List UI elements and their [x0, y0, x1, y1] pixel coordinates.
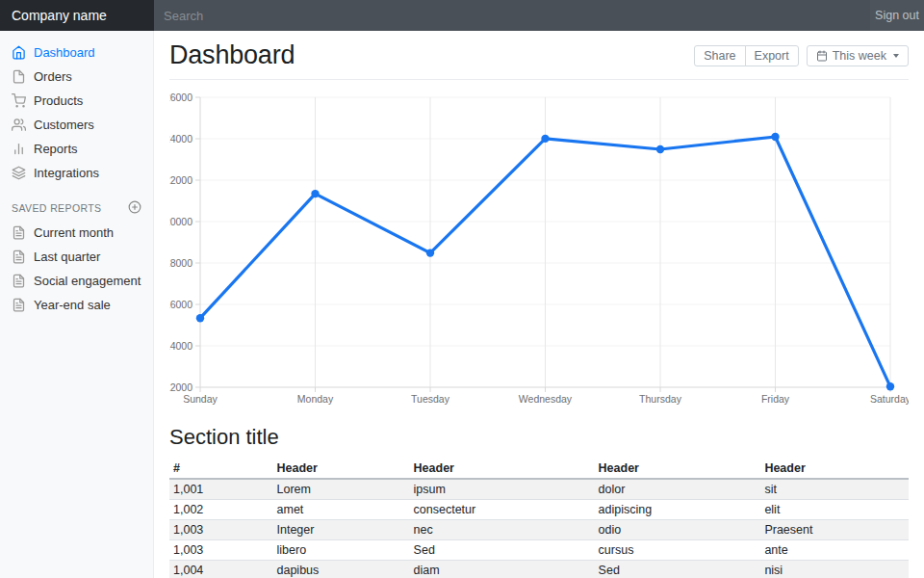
svg-text:16000: 16000	[169, 299, 192, 310]
top-navbar: Company name Sign out	[0, 0, 924, 31]
table-cell: adipiscing	[595, 500, 761, 520]
svg-text:Tuesday: Tuesday	[411, 393, 450, 405]
home-icon	[12, 45, 26, 60]
share-export-group: Share Export	[694, 45, 799, 66]
sidebar-item-label: Reports	[34, 142, 78, 156]
file-text-icon	[12, 274, 26, 288]
table-cell: 1,003	[169, 520, 273, 540]
table-cell: Sed	[595, 561, 761, 578]
svg-text:Friday: Friday	[761, 393, 790, 405]
table-header-cell: Header	[595, 459, 761, 479]
table-cell: dolor	[595, 479, 761, 500]
plus-circle-icon	[128, 200, 141, 214]
table-cell: ipsum	[410, 479, 595, 500]
table-row: 1,003IntegernecodioPraesent	[169, 520, 909, 540]
table-cell: 1,003	[169, 540, 273, 561]
table-cell: libero	[273, 540, 410, 561]
table-cell: amet	[273, 500, 410, 520]
saved-reports-heading: SAVED REPORTS	[12, 202, 102, 214]
table-cell: cursus	[595, 540, 761, 561]
svg-text:Sunday: Sunday	[183, 393, 218, 405]
page-header: Dashboard Share Export This week	[169, 31, 909, 80]
sidebar-item-label: Orders	[34, 69, 72, 84]
sidebar-item-social-engagement[interactable]: Social engagement	[0, 269, 153, 293]
saved-reports-nav: Current monthLast quarterSocial engageme…	[0, 221, 153, 317]
table-cell: 1,001	[169, 479, 273, 500]
sidebar-item-label: Dashboard	[34, 45, 95, 60]
svg-text:Thursday: Thursday	[639, 393, 682, 405]
sidebar-item-label: Last quarter	[34, 250, 100, 264]
sidebar-nav: DashboardOrdersProductsCustomersReportsI…	[0, 40, 153, 185]
line-chart-svg: 1200014000160001800020000220002400026000…	[169, 90, 909, 409]
table-cell: ante	[760, 540, 909, 561]
main-content: Dashboard Share Export This week 1200014…	[154, 0, 924, 578]
saved-reports-header: SAVED REPORTS	[0, 185, 153, 221]
svg-text:24000: 24000	[169, 133, 192, 144]
sidebar-item-year-end-sale[interactable]: Year-end sale	[0, 293, 153, 317]
sidebar-item-orders[interactable]: Orders	[0, 65, 153, 89]
table-cell: odio	[595, 520, 761, 540]
sidebar-item-label: Year-end sale	[34, 298, 111, 312]
section-title: Section title	[169, 425, 909, 450]
layers-icon	[12, 166, 26, 180]
table-cell: 1,002	[169, 500, 273, 520]
table-body: 1,001Loremipsumdolorsit1,002ametconsecte…	[169, 479, 909, 578]
sidebar-item-reports[interactable]: Reports	[0, 137, 153, 161]
app-root: Company name Sign out DashboardOrdersPro…	[0, 0, 924, 578]
sign-out-link[interactable]: Sign out	[870, 0, 924, 31]
svg-text:22000: 22000	[169, 174, 192, 186]
svg-text:20000: 20000	[169, 216, 192, 227]
brand[interactable]: Company name	[0, 0, 154, 31]
file-text-icon	[12, 250, 26, 264]
svg-text:14000: 14000	[169, 340, 192, 352]
calendar-icon	[816, 50, 828, 62]
svg-text:Monday: Monday	[297, 393, 334, 405]
toolbar: Share Export This week	[694, 45, 909, 66]
sidebar-item-customers[interactable]: Customers	[0, 113, 153, 137]
file-icon	[12, 69, 26, 84]
export-button[interactable]: Export	[745, 45, 799, 66]
line-chart: 1200014000160001800020000220002400026000…	[169, 90, 909, 409]
sidebar-item-last-quarter[interactable]: Last quarter	[0, 245, 153, 269]
table-row: 1,004dapibusdiamSednisi	[169, 561, 909, 578]
sidebar-item-label: Current month	[34, 225, 114, 240]
table-header-cell: Header	[760, 459, 909, 479]
table-header-row: #HeaderHeaderHeaderHeader	[169, 459, 909, 479]
table-cell: elit	[760, 500, 909, 520]
page-title: Dashboard	[169, 40, 295, 70]
svg-text:Saturday: Saturday	[870, 393, 909, 405]
sidebar-item-integrations[interactable]: Integrations	[0, 161, 153, 185]
table-row: 1,003liberoSedcursusante	[169, 540, 909, 561]
table-header-cell: Header	[410, 459, 595, 479]
bar-chart-icon	[12, 142, 26, 156]
sidebar-item-label: Products	[34, 93, 83, 108]
table-cell: nec	[410, 520, 595, 540]
search-input[interactable]	[154, 0, 870, 31]
svg-text:18000: 18000	[169, 257, 192, 269]
share-button[interactable]: Share	[694, 45, 745, 66]
data-table: #HeaderHeaderHeaderHeader 1,001Loremipsu…	[169, 459, 909, 578]
sidebar-item-dashboard[interactable]: Dashboard	[0, 40, 153, 65]
table-cell: Integer	[273, 520, 410, 540]
table-row: 1,002ametconsecteturadipiscingelit	[169, 500, 909, 520]
users-icon	[12, 118, 26, 132]
table-cell: Sed	[410, 540, 595, 561]
table-header-cell: Header	[273, 459, 410, 479]
file-text-icon	[12, 298, 26, 312]
calendar-icon	[816, 50, 828, 62]
table-head: #HeaderHeaderHeaderHeader	[169, 459, 909, 479]
plus-circle-icon[interactable]	[128, 200, 141, 216]
svg-text:Wednesday: Wednesday	[519, 393, 573, 405]
svg-text:26000: 26000	[169, 92, 192, 103]
table-cell: Lorem	[273, 479, 410, 500]
week-dropdown-button[interactable]: This week	[807, 45, 909, 66]
sidebar-item-current-month[interactable]: Current month	[0, 221, 153, 245]
table-cell: dapibus	[273, 561, 410, 578]
file-text-icon	[12, 225, 26, 240]
week-dropdown-label: This week	[833, 49, 886, 63]
sidebar: DashboardOrdersProductsCustomersReportsI…	[0, 31, 154, 578]
table-cell: diam	[410, 561, 595, 578]
table-cell: nisi	[760, 561, 909, 578]
sidebar-item-products[interactable]: Products	[0, 89, 153, 113]
sidebar-item-label: Customers	[34, 118, 94, 132]
